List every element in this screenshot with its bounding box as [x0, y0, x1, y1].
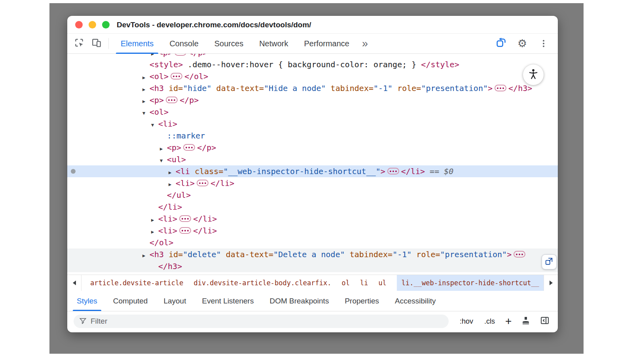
sidebar-tab-computed[interactable]: Computed: [105, 291, 156, 311]
collapse-arrow-icon[interactable]: ▼: [160, 155, 167, 167]
code-segment-attr: data-text=: [226, 250, 273, 259]
styles-filter-bar: :hov .cls +: [67, 311, 558, 331]
minimize-button[interactable]: [89, 21, 96, 28]
code-segment-text: [190, 167, 195, 176]
code-segment-tag: </h3>: [508, 83, 532, 93]
sidebar-tab-layout[interactable]: Layout: [155, 291, 194, 311]
hidden-children-ellipsis-button[interactable]: [197, 180, 208, 186]
dom-tree-row[interactable]: ▶<li></li>: [67, 177, 558, 189]
dom-tree-row[interactable]: <style> .demo--hover:hover { background-…: [67, 59, 558, 70]
breadcrumb-item[interactable]: ul: [378, 275, 386, 291]
panel-tab-network[interactable]: Network: [251, 34, 296, 54]
dom-tree-row[interactable]: ▶<p></p>: [67, 54, 558, 59]
expand-arrow-icon[interactable]: ▶: [142, 83, 150, 95]
expand-arrow-icon[interactable]: ▶: [142, 250, 150, 262]
filter-input[interactable]: [91, 317, 443, 326]
sidebar-tab-event-listeners[interactable]: Event Listeners: [194, 291, 262, 311]
toolbar-right-icons: ⚙: [494, 36, 558, 51]
code-segment-tag: <style>: [150, 60, 183, 69]
code-segment-tag: <p>: [158, 54, 172, 57]
zoom-button[interactable]: [102, 21, 110, 28]
hidden-children-ellipsis-button[interactable]: [387, 168, 399, 174]
dom-tree-row[interactable]: ▶<ol></ol>: [67, 70, 558, 82]
expand-arrow-icon[interactable]: ▶: [151, 226, 158, 238]
sidebar-tab-styles[interactable]: Styles: [69, 291, 105, 311]
toggle-element-state-button[interactable]: :hov: [460, 317, 473, 326]
expand-arrow-icon[interactable]: ▶: [151, 54, 158, 59]
dom-tree-row[interactable]: ▼<ol>: [67, 106, 558, 118]
breadcrumb-item[interactable]: li.__web-inspector-hide-shortcut__: [397, 275, 544, 291]
sidebar-tab-accessibility[interactable]: Accessibility: [387, 291, 443, 311]
breadcrumb-item[interactable]: article.devsite-article: [90, 275, 183, 291]
more-options-button[interactable]: [536, 36, 551, 51]
panel-tab-performance[interactable]: Performance: [296, 34, 358, 54]
panel-tab-sources[interactable]: Sources: [207, 34, 251, 54]
dom-tree-row[interactable]: </h3>: [67, 260, 558, 272]
accessibility-floating-button[interactable]: [523, 64, 544, 85]
code-segment-val: "delete": [183, 250, 221, 259]
dom-node-code: ▶<li></li>: [67, 225, 558, 238]
rendering-stamp-icon: [521, 316, 531, 327]
dom-tree-row[interactable]: </ul>: [67, 189, 558, 201]
reload-required-button[interactable]: [494, 36, 508, 51]
expand-arrow-icon[interactable]: ▶: [160, 143, 167, 155]
dom-tree-row[interactable]: </ol>: [67, 237, 558, 248]
expand-arrow-icon[interactable]: ▶: [142, 95, 150, 107]
breadcrumb-item[interactable]: li: [360, 275, 368, 291]
dom-tree-row[interactable]: ▶<p></p>: [67, 272, 558, 275]
breadcrumb-item[interactable]: div.devsite-article-body.clearfix.: [193, 275, 331, 291]
hidden-children-ellipsis-button[interactable]: [171, 73, 182, 80]
dom-tree-row[interactable]: ▶<li></li>: [67, 213, 558, 225]
funnel-icon: [79, 317, 87, 326]
dom-tree-row[interactable]: ::marker: [67, 130, 558, 142]
code-segment-val: "Hide a node": [264, 83, 326, 93]
toggle-device-toolbar-button[interactable]: [89, 36, 104, 51]
rendering-stamp-button[interactable]: [521, 316, 531, 327]
dom-tree-row[interactable]: ▶<li></li>: [67, 225, 558, 237]
code-segment-tag: <h3: [150, 83, 164, 93]
settings-button[interactable]: ⚙: [515, 36, 529, 51]
scroll-left-icon: [73, 281, 76, 285]
popout-floating-button[interactable]: [542, 254, 557, 269]
sidebar-tab-properties[interactable]: Properties: [337, 291, 387, 311]
hidden-children-ellipsis-button[interactable]: [174, 54, 186, 56]
panel-tab-console[interactable]: Console: [161, 34, 206, 54]
element-classes-button[interactable]: .cls: [484, 317, 495, 326]
hidden-children-ellipsis-button[interactable]: [179, 227, 191, 234]
new-style-rule-button[interactable]: +: [505, 316, 512, 327]
close-button[interactable]: [75, 21, 83, 28]
breadcrumb-scroll-left-button[interactable]: [67, 275, 81, 291]
breadcrumb: article.devsite-articlediv.devsite-artic…: [81, 275, 544, 291]
breadcrumb-item[interactable]: ol: [341, 275, 349, 291]
hidden-children-ellipsis-button[interactable]: [179, 215, 191, 222]
expand-arrow-icon[interactable]: ▶: [169, 167, 176, 178]
code-segment-tag: <p>: [167, 143, 181, 152]
hidden-children-ellipsis-button[interactable]: [514, 251, 525, 258]
dom-tree-row[interactable]: ▶<h3 id="delete" data-text="Delete a nod…: [67, 248, 558, 260]
expand-arrow-icon[interactable]: ▶: [151, 214, 158, 226]
hidden-children-ellipsis-button[interactable]: [166, 97, 178, 103]
more-tabs-chevron[interactable]: »: [357, 34, 373, 53]
dom-tree-row[interactable]: ▶<h3 id="hide" data-text="Hide a node" t…: [67, 82, 558, 94]
toggle-sidebar-button[interactable]: [540, 316, 550, 327]
expand-arrow-icon[interactable]: ▶: [142, 72, 150, 83]
code-segment-tag: </p>: [197, 143, 216, 152]
hidden-children-ellipsis-button[interactable]: [495, 85, 506, 91]
panel-tab-elements[interactable]: Elements: [113, 34, 161, 54]
sidebar-tab-dom-breakpoints[interactable]: DOM Breakpoints: [262, 291, 337, 311]
dom-tree-row[interactable]: ▼<li>: [67, 118, 558, 130]
expand-arrow-icon[interactable]: ▶: [142, 273, 150, 275]
collapse-arrow-icon[interactable]: ▼: [142, 107, 150, 119]
hidden-children-ellipsis-button[interactable]: [183, 144, 195, 151]
dom-tree-row[interactable]: ▶<p></p>: [67, 94, 558, 106]
breadcrumb-scroll-right-button[interactable]: [544, 275, 558, 291]
dom-tree-row[interactable]: ▶<p></p>: [67, 142, 558, 154]
expand-arrow-icon[interactable]: ▶: [169, 178, 176, 190]
styles-filter-field[interactable]: [74, 315, 449, 328]
inspect-element-button[interactable]: [72, 36, 86, 51]
dom-tree-row[interactable]: ▼<ul>: [67, 154, 558, 165]
dom-tree-row[interactable]: ▶<li class="__web-inspector-hide-shortcu…: [67, 165, 558, 177]
collapse-arrow-icon[interactable]: ▼: [151, 119, 158, 131]
dom-tree-row[interactable]: </li>: [67, 201, 558, 213]
dom-node-code: ▼<ul>: [67, 154, 558, 167]
